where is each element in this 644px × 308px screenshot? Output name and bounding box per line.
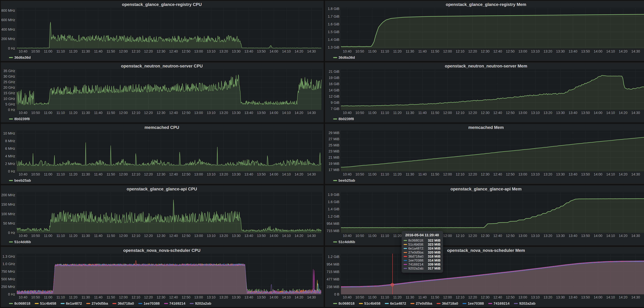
legend-item-beeb25ab[interactable]: beeb25ab	[333, 178, 355, 182]
x-axis-label: 12:20	[468, 234, 477, 238]
x-axis-label: 14:10	[282, 172, 291, 176]
x-axis-label: 10:40	[19, 296, 28, 299]
x-axis-label: 12:40	[169, 234, 178, 238]
panel-title[interactable]: openstack_glance_glance-registry Mem	[326, 1, 644, 8]
x-axis-label: 14:10	[282, 296, 291, 299]
x-axis-label: 11:00	[44, 111, 52, 115]
legend-item-36d718a0[interactable]: 36d718a0	[437, 302, 458, 306]
x-axis-label: 13:20	[544, 296, 552, 299]
tooltip-color-icon	[404, 264, 407, 265]
legend-item-1ee70388[interactable]: 1ee70388	[462, 302, 484, 306]
legend-item-36d718a0[interactable]: 36d718a0	[112, 302, 134, 306]
panel-title[interactable]: memcached CPU	[2, 124, 322, 131]
panel-title[interactable]: openstack_glance_glance-api Mem	[326, 186, 644, 192]
plot-area[interactable]	[341, 8, 644, 48]
tooltip-row: 74169214:339 MiB	[404, 262, 440, 266]
x-axis-label: 10:40	[343, 234, 352, 238]
legend-item-27e0d5ba[interactable]: 27e0d5ba	[410, 302, 432, 306]
x-axis-label: 10:50	[31, 234, 40, 238]
x-axis-label: 11:40	[418, 172, 427, 176]
y-axis-label: 0 Hz	[8, 169, 15, 173]
legend-item-8c068018[interactable]: 8c068018	[9, 302, 30, 306]
x-axis-label: 12:30	[156, 111, 166, 115]
legend-item-beeb25ab[interactable]: beeb25ab	[9, 178, 31, 182]
x-axis-label: 13:40	[569, 234, 578, 238]
legend-item-51c4b658[interactable]: 51c4b658	[35, 302, 56, 306]
legend-item-9202a2ab[interactable]: 9202a2ab	[190, 302, 211, 306]
panel-title[interactable]: openstack_neutron_neutron-server CPU	[2, 63, 322, 69]
panel-title[interactable]: openstack_glance_glance-api CPU	[2, 186, 322, 192]
panel-title[interactable]: openstack_nova_nova-scheduler Mem	[326, 247, 644, 254]
x-axis-label: 14:10	[606, 234, 615, 238]
x-axis-label: 13:10	[207, 172, 216, 176]
tooltip-row: 6e1a4872:324 MiB	[404, 246, 440, 250]
legend-item-51c4dd6b[interactable]: 51c4dd6b	[9, 240, 31, 244]
legend-series-name: 27e0d5ba	[92, 302, 108, 306]
x-axis-label: 14:30	[631, 111, 640, 115]
x-axis-label: 13:40	[569, 111, 578, 115]
plot-area[interactable]	[17, 131, 322, 172]
legend-item-6e1a4872[interactable]: 6e1a4872	[61, 302, 82, 306]
panel-title[interactable]: openstack_glance_glance-registry CPU	[2, 1, 322, 8]
plot-area[interactable]	[17, 69, 322, 110]
y-axis-label: 0 Hz	[8, 231, 15, 235]
x-axis-label: 11:20	[393, 296, 402, 299]
x-axis-label: 13:30	[232, 50, 240, 54]
x-axis-label: 11:30	[406, 50, 414, 54]
legend-item-51c4dd6b[interactable]: 51c4dd6b	[333, 240, 355, 244]
legend-item-27e0d5ba[interactable]: 27e0d5ba	[86, 302, 108, 306]
legend-item-8c068018[interactable]: 8c068018	[333, 302, 354, 306]
panel-title[interactable]: openstack_neutron_neutron-server Mem	[326, 63, 644, 69]
x-axis-label: 13:50	[257, 172, 266, 176]
legend-item-8b0239f8[interactable]: 8b0239f8	[333, 117, 354, 121]
x-axis-label: 14:00	[270, 50, 278, 54]
legend-color-icon	[462, 303, 466, 304]
legend-item-36d6a36d[interactable]: 36d6a36d	[333, 56, 355, 60]
x-axis-label: 14:00	[270, 111, 278, 115]
plot-area[interactable]	[17, 8, 322, 48]
plot-area[interactable]	[341, 254, 644, 294]
plot-area[interactable]	[17, 192, 322, 233]
plot-area[interactable]	[341, 131, 644, 172]
plot-area[interactable]	[17, 254, 322, 294]
legend-item-36d6a36d[interactable]: 36d6a36d	[9, 56, 31, 60]
x-axis-label: 12:30	[156, 296, 166, 299]
legend-series-name: 51c4dd6b	[14, 240, 31, 244]
legend-item-51c4b658[interactable]: 51c4b658	[359, 302, 380, 306]
legend-series-name: 1ee70388	[468, 302, 484, 306]
y-axis-label: 14 GiB	[329, 88, 340, 92]
plot-area[interactable]	[341, 192, 644, 233]
x-axis-label: 14:10	[606, 172, 615, 176]
panel-title[interactable]: memcached Mem	[326, 124, 644, 131]
legend-item-6e1a4872[interactable]: 6e1a4872	[385, 302, 406, 306]
x-axis-label: 11:10	[56, 234, 65, 238]
panel-title[interactable]: openstack_nova_nova-scheduler CPU	[2, 247, 322, 254]
panel-openstack-glance-glance-registry-cpu: openstack_glance_glance-registry CPU800 …	[1, 1, 324, 61]
x-axis-label: 12:10	[456, 234, 464, 238]
x-axis-label: 11:30	[82, 111, 90, 115]
x-axis-label: 11:40	[94, 50, 102, 54]
x-axis-label: 14:20	[619, 50, 628, 54]
legend-item-74169214[interactable]: 74169214	[488, 302, 510, 306]
x-axis: 10:4010:5011:0011:1011:2011:3011:4011:50…	[17, 48, 322, 54]
y-axis-label: 15 GHz	[3, 91, 15, 95]
x-axis-label: 10:50	[31, 172, 40, 176]
panel-openstack-nova-nova-scheduler-mem: openstack_nova_nova-scheduler Mem1.2 GiB…	[325, 247, 644, 307]
y-axis-label: 4 MHz	[5, 154, 15, 158]
x-axis-label: 10:50	[355, 111, 364, 115]
legend-item-9202a2ab[interactable]: 9202a2ab	[514, 302, 536, 306]
legend-item-8b0239f8[interactable]: 8b0239f8	[9, 117, 30, 121]
y-axis-label: 25 GHz	[3, 80, 15, 84]
plot-area[interactable]	[341, 69, 644, 110]
y-axis-label: 17 MiB	[328, 168, 340, 172]
legend-color-icon	[9, 242, 13, 242]
tooltip-series-value: 314 MiB	[428, 258, 440, 262]
x-axis-label: 12:40	[169, 172, 178, 176]
y-axis-label: 0 Hz	[8, 108, 15, 112]
tooltip-series-name: 8c068018:	[408, 238, 426, 242]
legend-item-1ee70388[interactable]: 1ee70388	[138, 302, 160, 306]
legend-item-74169214[interactable]: 74169214	[164, 302, 186, 306]
x-axis-label: 10:40	[343, 50, 352, 54]
x-axis-label: 13:30	[556, 234, 565, 238]
legend-color-icon	[164, 303, 168, 304]
